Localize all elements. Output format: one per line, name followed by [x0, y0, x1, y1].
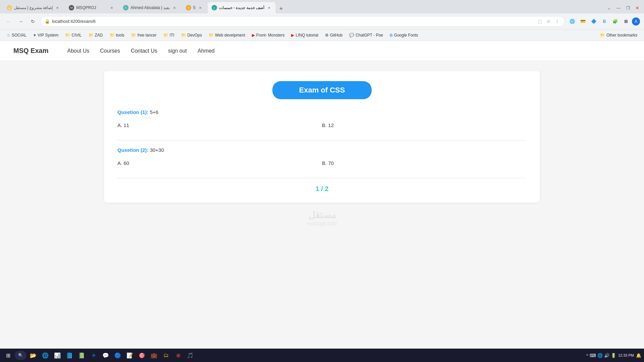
- tray-arrow[interactable]: ^: [586, 353, 588, 358]
- bookmark-chatgpt-icon: 💬: [349, 33, 354, 38]
- bookmark-iti[interactable]: 📁 ITI: [161, 32, 177, 39]
- edge-icon[interactable]: 🔷: [589, 17, 598, 26]
- taskbar-app-whatsapp[interactable]: 💬: [100, 350, 111, 361]
- tray-battery[interactable]: 🔋: [611, 353, 616, 358]
- taskbar-right: ^ ⌨ 🌐 🔊 🔋 12:33 PM 🔔: [586, 353, 641, 358]
- tab-4[interactable]: 5 5 ✕: [182, 2, 207, 13]
- nav-courses[interactable]: Courses: [100, 48, 120, 54]
- reload-button[interactable]: ↻: [28, 17, 38, 26]
- bookmark-social[interactable]: ☆ SOCIAL: [4, 32, 29, 39]
- bookmark-tools[interactable]: 📁 tools: [107, 32, 127, 39]
- question-2-option-b[interactable]: B. 70: [322, 160, 527, 166]
- ext-puzzle-icon[interactable]: 🧩: [610, 17, 620, 26]
- minimize-button[interactable]: —: [614, 4, 623, 12]
- bookmark-zad-icon: 📁: [89, 33, 94, 38]
- question-2-options: A. 60 B. 70: [117, 158, 527, 168]
- taskbar-app-excel[interactable]: 📗: [76, 350, 87, 361]
- notification-icon[interactable]: 🔔: [636, 353, 641, 358]
- bing-icon[interactable]: B: [600, 17, 609, 26]
- tab-2-close[interactable]: ✕: [109, 5, 114, 10]
- star-icon[interactable]: ☆: [545, 18, 552, 25]
- bookmark-other[interactable]: 📁 Other bookmarks: [597, 32, 640, 39]
- bookmark-vip[interactable]: ★ VIP System: [31, 32, 61, 39]
- bookmark-zad-label: ZAD: [95, 33, 103, 38]
- bookmark-chatgpt[interactable]: 💬 ChatGPT - Poe: [346, 32, 386, 39]
- tab-1-close[interactable]: ✕: [55, 5, 60, 10]
- address-bar[interactable]: 🔒 localhost:4200/exam/6 ⬚ ☆ ↑: [40, 16, 565, 27]
- taskbar-app-explorer[interactable]: 🗂: [161, 350, 171, 361]
- question-2-option-a[interactable]: A. 60: [117, 160, 322, 166]
- tab-2[interactable]: M MSQPROJ ✕: [65, 2, 118, 13]
- bookmark-linq[interactable]: ▶ LINQ tutorial: [288, 32, 321, 39]
- taskbar-app-git[interactable]: ⊕: [173, 350, 183, 361]
- bookmark-devops-label: DevOps: [187, 33, 202, 38]
- question-1-option-a[interactable]: A. 11: [117, 122, 322, 128]
- question-1-options: A. 11 B. 12: [117, 120, 527, 130]
- nav-about[interactable]: About Us: [67, 48, 89, 54]
- taskbar-app-rider[interactable]: 🎯: [137, 350, 147, 361]
- tray-keyboard[interactable]: ⌨: [590, 353, 596, 358]
- tab-5[interactable]: خ أضف خدمة جديدة - خمسات ✕: [208, 2, 276, 13]
- sidebar-icon[interactable]: ⊞: [621, 17, 631, 26]
- bookmark-devops[interactable]: 📁 DevOps: [178, 32, 205, 39]
- tab-3[interactable]: A Ahmed Aboalata | بعيد ✕: [119, 2, 181, 13]
- bookmark-github[interactable]: ⚙ GitHub: [322, 32, 345, 39]
- qr-icon[interactable]: ⬚: [536, 18, 543, 25]
- nav-ahmed[interactable]: Ahmed: [198, 48, 215, 54]
- close-button[interactable]: ✕: [633, 4, 641, 12]
- site-title: MSQ Exam: [13, 47, 48, 55]
- taskbar-app-vscode[interactable]: 📝: [124, 350, 135, 361]
- bookmark-front[interactable]: ▶ Front- Monsters: [249, 32, 287, 39]
- pagination: 1 / 2: [117, 185, 527, 193]
- tab-overflow-button[interactable]: ⌄: [605, 4, 613, 12]
- tab-2-title: MSQPROJ: [76, 5, 96, 10]
- bookmark-webdev[interactable]: 📁 Web develpment: [206, 32, 248, 39]
- tab-3-close[interactable]: ✕: [172, 5, 177, 10]
- tray-network[interactable]: 🌐: [597, 353, 603, 358]
- tray-volume[interactable]: 🔊: [604, 353, 609, 358]
- taskbar-app-telegram[interactable]: ✈: [88, 350, 99, 361]
- bookmark-zad[interactable]: 📁 ZAD: [86, 32, 106, 39]
- wallet-icon[interactable]: 💳: [578, 17, 588, 26]
- taskbar-app-chrome[interactable]: 🔵: [112, 350, 123, 361]
- taskbar-app-word[interactable]: 📘: [64, 350, 75, 361]
- nav-contact[interactable]: Contact Us: [131, 48, 157, 54]
- browser-window: م إضافة مشروع | مستقل ✕ M MSQPROJ ✕ A Ah…: [0, 0, 644, 362]
- back-button[interactable]: ←: [4, 17, 13, 26]
- translate-icon[interactable]: 🌐: [568, 17, 577, 26]
- bookmark-other-label: Other bookmarks: [606, 33, 637, 38]
- share-icon[interactable]: ↑: [554, 18, 560, 25]
- exam-card: Exam of CSS Qusetion (1): 5+6 A. 11 B. 1…: [104, 71, 540, 203]
- restore-button[interactable]: ❐: [624, 4, 632, 12]
- bookmark-linq-label: LINQ tutorial: [296, 33, 318, 38]
- profile-icon[interactable]: A: [632, 17, 640, 25]
- taskbar-app-teams[interactable]: 💼: [149, 350, 159, 361]
- taskbar-app-vlc[interactable]: 🎵: [185, 350, 196, 361]
- bookmark-civil[interactable]: 📁 CIVIL: [62, 32, 84, 39]
- tab-1-icon: م: [7, 5, 12, 10]
- question-2-label-text: Qusetion (2):: [117, 147, 149, 153]
- tab-5-close[interactable]: ✕: [266, 5, 272, 10]
- question-1: Qusetion (1): 5+6 A. 11 B. 12: [117, 109, 527, 133]
- start-button[interactable]: ⊞: [3, 350, 13, 361]
- bookmark-freelancer[interactable]: 📁 free lancer: [128, 32, 159, 39]
- bookmark-googlefonts-label: Google Fonts: [394, 33, 418, 38]
- bookmark-tools-icon: 📁: [110, 33, 115, 38]
- new-tab-button[interactable]: +: [276, 4, 286, 13]
- taskbar-app-powerpoint[interactable]: 📊: [52, 350, 63, 361]
- secure-icon: 🔒: [45, 19, 50, 24]
- question-2: Qusetion (2): 30+30 A. 60 B. 70: [117, 147, 527, 171]
- forward-button[interactable]: →: [16, 17, 25, 26]
- bookmark-googlefonts[interactable]: G Google Fonts: [387, 32, 421, 39]
- tab-1[interactable]: م إضافة مشروع | مستقل ✕: [3, 2, 64, 13]
- bookmark-freelancer-label: free lancer: [138, 33, 157, 38]
- question-1-option-b[interactable]: B. 12: [322, 122, 527, 128]
- bookmark-linq-icon: ▶: [291, 33, 294, 38]
- taskbar-app-edge[interactable]: 🌐: [40, 350, 51, 361]
- nav-signout[interactable]: sign out: [168, 48, 187, 54]
- taskbar-search[interactable]: 🔍: [15, 351, 26, 360]
- taskbar-app-files[interactable]: 📂: [28, 350, 39, 361]
- question-1-label: Qusetion (1): 5+6: [117, 109, 527, 115]
- system-clock[interactable]: 12:33 PM: [618, 353, 634, 357]
- tab-4-close[interactable]: ✕: [198, 5, 203, 10]
